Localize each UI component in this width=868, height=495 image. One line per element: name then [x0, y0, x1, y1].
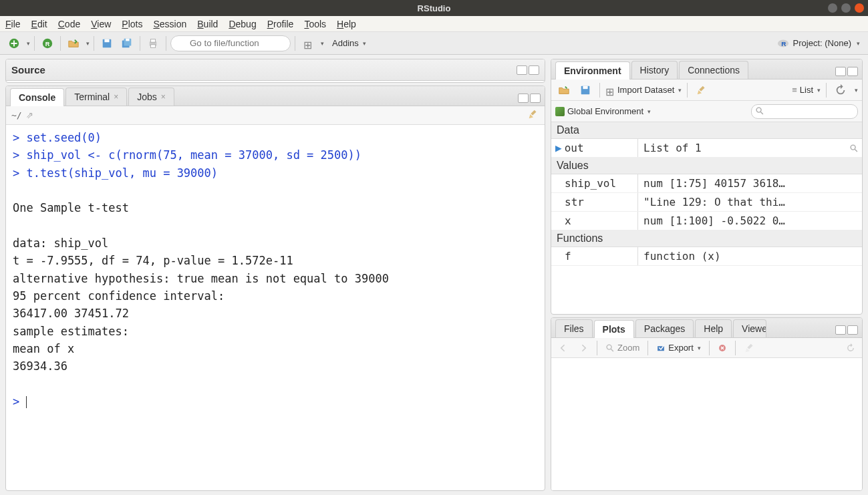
- inspect-icon[interactable]: [846, 139, 862, 157]
- import-dataset-button[interactable]: Import Dataset ▾: [605, 85, 682, 95]
- caret-icon[interactable]: ▾: [855, 87, 858, 94]
- menu-profile[interactable]: Profile: [267, 19, 294, 29]
- env-body[interactable]: Data▶outList of 1Valuesship_volnum [1:75…: [551, 122, 862, 314]
- clear-workspace-button[interactable]: [693, 81, 710, 99]
- goto-input-wrap: ➦: [170, 35, 291, 51]
- menu-build[interactable]: Build: [197, 19, 218, 29]
- remove-plot-button[interactable]: [715, 342, 730, 354]
- console-body[interactable]: > set.seed(0)> ship_vol <- c(rnorm(75, m…: [6, 125, 545, 490]
- env-row[interactable]: ffunction (x): [551, 247, 862, 266]
- window-maximize-button[interactable]: [841, 3, 851, 13]
- menu-help[interactable]: Help: [337, 19, 356, 29]
- console-maximize-button[interactable]: [530, 94, 541, 103]
- tab-packages[interactable]: Packages: [635, 319, 694, 337]
- refresh-button[interactable]: [832, 81, 849, 99]
- plots-pane: Files Plots Packages Help Viewer: [551, 317, 863, 491]
- tab-viewer[interactable]: Viewer: [733, 319, 766, 337]
- plots-minimize-button[interactable]: [835, 325, 846, 335]
- project-menu[interactable]: R Project: (None) ▾: [777, 37, 863, 49]
- env-toolbar2: Global Environment ▾: [551, 101, 862, 122]
- main-toolbar: ▾ R ▾ ➦ ▾ Addins ▾ R Project: (None) ▾: [0, 32, 868, 55]
- tab-jobs[interactable]: Jobs×: [128, 88, 174, 106]
- caret-icon[interactable]: ▾: [27, 40, 30, 47]
- caret-icon: ▾: [857, 40, 860, 47]
- plot-next-button[interactable]: [575, 341, 591, 355]
- caret-icon[interactable]: ▾: [321, 40, 324, 47]
- env-var-value: num [1:100] -0.5022 0…: [638, 212, 862, 230]
- tab-files[interactable]: Files: [555, 319, 593, 337]
- export-button[interactable]: Export ▾: [654, 341, 704, 354]
- clear-plots-button[interactable]: [741, 341, 758, 355]
- env-row[interactable]: ship_volnum [1:75] 40157 3618…: [551, 174, 862, 193]
- cube-icon: [555, 107, 565, 116]
- menu-session[interactable]: Session: [153, 19, 186, 29]
- menu-debug[interactable]: Debug: [229, 19, 256, 29]
- console-output-line: 36934.36: [13, 357, 538, 375]
- arrow-left-icon: [558, 343, 569, 353]
- close-icon[interactable]: ×: [114, 92, 118, 102]
- svg-rect-4: [104, 39, 109, 42]
- titlebar: RStudio: [0, 0, 868, 16]
- save-workspace-button[interactable]: [577, 81, 594, 99]
- tab-history[interactable]: History: [631, 61, 678, 79]
- expand-icon[interactable]: ▶: [555, 142, 562, 154]
- svg-point-17: [607, 345, 611, 349]
- svg-rect-14: [583, 86, 587, 89]
- env-row[interactable]: ▶outList of 1: [551, 139, 862, 158]
- plots-maximize-button[interactable]: [847, 325, 858, 335]
- menu-code[interactable]: Code: [58, 19, 80, 29]
- goto-file-input[interactable]: [170, 35, 291, 51]
- console-minimize-button[interactable]: [518, 94, 529, 103]
- tab-terminal[interactable]: Terminal×: [65, 88, 127, 106]
- menu-file[interactable]: File: [5, 19, 21, 29]
- zoom-button[interactable]: Zoom: [603, 341, 642, 354]
- separator: [826, 83, 827, 98]
- window-minimize-button[interactable]: [828, 3, 837, 13]
- load-workspace-button[interactable]: [555, 81, 573, 99]
- save-icon: [579, 84, 591, 96]
- save-button[interactable]: [98, 35, 116, 52]
- tab-connections[interactable]: Connections: [679, 61, 748, 79]
- console-popout-icon[interactable]: ⇗: [26, 110, 33, 120]
- plot-prev-button[interactable]: [555, 341, 571, 355]
- tab-console[interactable]: Console: [10, 88, 64, 106]
- environment-pane: Environment History Connections I: [551, 59, 863, 315]
- menu-tools[interactable]: Tools: [304, 19, 326, 29]
- svg-rect-10: [150, 44, 155, 47]
- caret-icon: ▾: [647, 108, 651, 115]
- env-row[interactable]: xnum [1:100] -0.5022 0…: [551, 212, 862, 230]
- refresh-plots-button[interactable]: [843, 342, 858, 354]
- menu-view[interactable]: View: [91, 19, 111, 29]
- menu-edit[interactable]: Edit: [31, 19, 47, 29]
- env-row[interactable]: str"Line 129: O that thi…: [551, 193, 862, 212]
- plots-window-buttons: [835, 325, 858, 337]
- new-file-button[interactable]: [5, 35, 23, 52]
- tab-environment[interactable]: Environment: [555, 61, 630, 79]
- tab-help[interactable]: Help: [695, 319, 732, 337]
- tab-plots[interactable]: Plots: [594, 320, 634, 338]
- window-close-button[interactable]: [855, 3, 864, 13]
- close-icon[interactable]: ×: [161, 92, 166, 102]
- env-maximize-button[interactable]: [847, 67, 858, 76]
- separator: [60, 36, 61, 51]
- clear-console-button[interactable]: [527, 108, 539, 122]
- print-button[interactable]: [144, 35, 162, 52]
- addins-menu[interactable]: Addins ▾: [327, 38, 372, 48]
- source-maximize-button[interactable]: [529, 65, 539, 75]
- menu-plots[interactable]: Plots: [122, 19, 142, 29]
- source-restore-button[interactable]: [517, 65, 527, 75]
- env-window-buttons: [835, 67, 858, 79]
- new-project-button[interactable]: R: [39, 35, 56, 52]
- env-minimize-button[interactable]: [835, 67, 846, 76]
- env-search-input[interactable]: [751, 104, 858, 119]
- view-mode-button[interactable]: ≡ List ▾: [792, 85, 821, 95]
- broom-icon: [744, 342, 756, 354]
- plots-tab-row: Files Plots Packages Help Viewer: [551, 318, 862, 338]
- open-file-button[interactable]: [65, 35, 82, 52]
- environment-scope-button[interactable]: Global Environment ▾: [555, 106, 651, 116]
- list-icon: ≡: [792, 85, 797, 95]
- grid-button[interactable]: [299, 35, 317, 52]
- caret-icon[interactable]: ▾: [86, 40, 90, 47]
- save-all-button[interactable]: [118, 35, 136, 52]
- left-panel: Source Console Terminal× Jobs× ~/ ⇗: [0, 55, 548, 495]
